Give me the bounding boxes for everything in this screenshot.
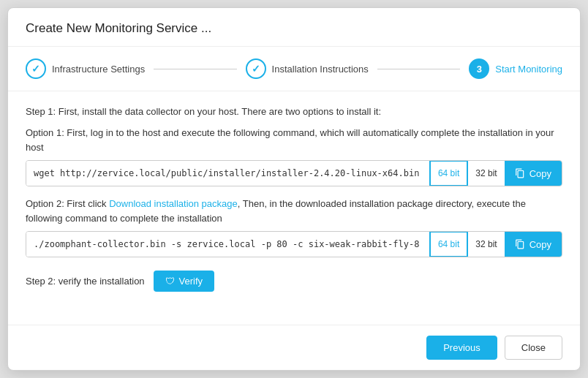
step-divider-1 [154,69,236,69]
option1-32bit-button[interactable]: 32 bit [467,161,504,186]
copy-icon-1 [515,168,525,178]
step-installation: ✓ Installation Instructions [246,58,369,79]
step-monitoring: 3 Start Monitoring [469,58,562,79]
option2-block: Option 2: First click Download installat… [26,197,562,257]
option2-copy-label: Copy [529,239,551,250]
option1-text: Option 1: First, log in to the host and … [26,126,562,154]
option1-command-input[interactable] [26,161,430,186]
verify-btn-label: Verify [179,276,203,287]
modal-title: Create New Monitoring Service ... [8,8,580,47]
option2-command-row: 64 bit 32 bit Copy [26,231,562,257]
option2-copy-button[interactable]: Copy [505,232,562,257]
option2-64bit-button[interactable]: 64 bit [429,231,468,257]
verify-row: Step 2: verify the installation 🛡 Verify [26,271,562,292]
step2-label: Step 2: verify the installation [26,276,145,287]
modal-body: Step 1: First, install the data collecto… [8,91,580,325]
step-circle-2: ✓ [246,58,266,79]
close-button[interactable]: Close [505,336,562,360]
option1-block: Option 1: First, log in to the host and … [26,126,562,186]
stepper: ✓ Infrastructure Settings ✓ Installation… [8,47,580,91]
step-label-2: Installation Instructions [272,64,369,75]
option2-text-before: Option 2: First click [26,198,109,209]
option1-copy-label: Copy [529,168,551,179]
download-link[interactable]: Download installation package [109,198,238,209]
step1-instruction: Step 1: First, install the data collecto… [26,106,562,117]
option1-copy-button[interactable]: Copy [505,161,562,186]
previous-button[interactable]: Previous [426,336,497,360]
step-circle-1: ✓ [26,58,46,79]
shield-icon: 🛡 [165,276,175,287]
step-infrastructure: ✓ Infrastructure Settings [26,58,145,79]
verify-button[interactable]: 🛡 Verify [154,271,215,292]
step-circle-3: 3 [469,58,489,79]
step-divider-2 [377,69,460,69]
step-label-1: Infrastructure Settings [52,64,145,75]
modal: Create New Monitoring Service ... ✓ Infr… [7,7,581,371]
step-label-3: Start Monitoring [495,64,562,75]
modal-footer: Previous Close [8,325,580,370]
option1-command-row: 64 bit 32 bit Copy [26,160,562,186]
option1-64bit-button[interactable]: 64 bit [429,160,468,186]
option2-32bit-button[interactable]: 32 bit [467,232,504,257]
checkmark-icon-2: ✓ [252,63,260,75]
option2-command-input[interactable] [26,232,430,257]
option2-text: Option 2: First click Download installat… [26,197,562,225]
copy-icon-2 [515,239,525,249]
step-number-3: 3 [477,64,482,75]
checkmark-icon-1: ✓ [31,63,40,75]
